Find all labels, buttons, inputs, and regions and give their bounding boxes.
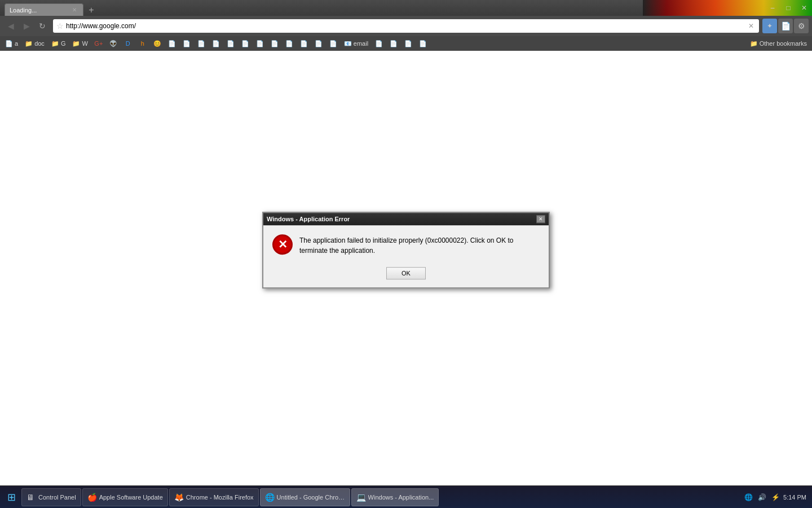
bookmark-13[interactable]: 📄 [372,38,386,49]
bookmark-15[interactable]: 📄 [401,38,415,49]
bm-icon-2: 📄 [183,40,191,47]
new-tab-button[interactable]: + [86,5,97,16]
bookmark-delicious[interactable]: D [121,38,135,49]
bookmark-16[interactable]: 📄 [416,38,430,49]
chrome-menu-button[interactable]: ✦ [762,19,777,33]
bookmark-4[interactable]: 📄 [209,38,223,49]
dialog-ok-button[interactable]: OK [386,267,426,279]
taskbar-control-panel-label: Control Panel [38,494,76,501]
bookmark-1[interactable]: 📄 [165,38,179,49]
taskbar-item-chrome[interactable]: 🌐 Untitled - Google Chrome [260,488,350,506]
error-x-symbol: ✕ [278,238,288,251]
tools-button[interactable]: ⚙ [794,19,809,33]
bookmark-other[interactable]: 📁 Other bookmarks [747,38,810,49]
bm-icon-5: 📄 [227,40,235,47]
maximize-button[interactable]: □ [780,0,796,16]
bm-icon-12: 📄 [329,40,337,47]
bookmark-9[interactable]: 📄 [283,38,296,49]
bookmark-10[interactable]: 📄 [297,38,311,49]
bookmark-5[interactable]: 📄 [224,38,237,49]
windows-error-icon: 💻 [356,493,365,502]
bookmark-other-label: Other bookmarks [760,40,807,47]
chrome-icon: 🌐 [265,493,274,502]
bm-icon-1: 📄 [168,40,176,47]
bookmark-a[interactable]: 📄 a [2,38,21,49]
page-button[interactable]: 📄 [778,19,793,33]
navigation-toolbar: ◀ ▶ ↻ ☆ ✕ ✦ 📄 ⚙ [0,16,812,36]
bookmark-reddit[interactable]: 👽 [107,38,120,49]
tray-network-icon[interactable]: 🌐 [743,492,754,503]
tab-strip: Loading... ✕ + [0,0,97,16]
control-panel-icon: 🖥 [27,493,36,502]
firefox-icon: 🦊 [174,493,183,502]
back-button[interactable]: ◀ [3,19,18,33]
forward-button[interactable]: ▶ [19,19,34,33]
minimize-button[interactable]: – [765,0,780,16]
apple-software-update-icon: 🍎 [87,493,96,502]
bookmark-gplus[interactable]: G+ [92,38,105,49]
bookmark-7[interactable]: 📄 [253,38,267,49]
bookmark-doc[interactable]: 📁 doc [22,38,47,49]
bookmark-email-icon: 📧 [344,40,352,47]
address-clear-button[interactable]: ✕ [747,21,756,30]
tray-power-icon[interactable]: ⚡ [770,492,781,503]
bookmark-other-icon: 📁 [750,40,758,47]
bookmark-delicious-icon: D [124,40,132,47]
dialog-close-button[interactable]: ✕ [536,215,545,223]
bookmark-2[interactable]: 📄 [180,38,193,49]
dialog-message: The application failed to initialize pro… [299,234,540,256]
bookmark-email[interactable]: 📧 email [341,38,371,49]
bookmark-doc-icon: 📁 [25,40,33,47]
refresh-button[interactable]: ↻ [35,19,50,33]
bm-icon-16: 📄 [419,40,427,47]
toolbar-right-buttons: ✦ 📄 ⚙ [762,19,809,33]
dialog-footer: OK [263,262,549,287]
dialog-title: Windows - Application Error [267,216,350,222]
bookmark-g[interactable]: 📁 G [48,38,69,49]
bm-icon-3: 📄 [197,40,205,47]
bookmark-email-label: email [354,40,368,47]
bookmark-a-label: a [15,40,18,47]
bm-icon-6: 📄 [241,40,249,47]
bookmark-12[interactable]: 📄 [326,38,340,49]
bookmark-3[interactable]: 📄 [195,38,208,49]
bm-icon-4: 📄 [212,40,220,47]
bookmark-emoji[interactable]: 😊 [151,38,164,49]
bookmark-reddit-icon: 👽 [109,40,117,47]
taskbar-windows-error-label: Windows - Application... [368,494,434,501]
window-controls: – □ ✕ [765,0,812,16]
taskbar-item-windows-error[interactable]: 💻 Windows - Application... [351,488,439,506]
taskbar-tray: 🌐 🔊 ⚡ 5:14 PM [743,492,810,503]
bookmark-8[interactable]: 📄 [268,38,281,49]
bookmark-star-icon[interactable]: ☆ [56,21,64,30]
bookmark-14[interactable]: 📄 [387,38,400,49]
bookmarks-bar: 📄 a 📁 doc 📁 G 📁 W G+ 👽 D h 😊 [0,36,812,51]
window-close-button[interactable]: ✕ [796,0,812,16]
bm-icon-9: 📄 [285,40,293,47]
error-dialog: Windows - Application Error ✕ ✕ The appl… [262,212,550,288]
taskbar-firefox-label: Chrome - Mozilla Firefox [186,494,254,501]
bookmark-hover[interactable]: h [136,38,149,49]
bookmark-g-label: G [61,40,66,47]
tray-volume-icon[interactable]: 🔊 [756,492,767,503]
bookmark-doc-label: doc [34,40,45,47]
taskbar-item-control-panel[interactable]: 🖥 Control Panel [21,488,81,506]
address-bar-input[interactable] [66,22,744,30]
tab-title: Loading... [10,7,68,14]
taskbar-apple-label: Apple Software Update [99,494,163,501]
taskbar-start-button[interactable]: ⊞ [2,488,20,506]
bookmark-w-label: W [82,40,87,47]
bookmark-w[interactable]: 📁 W [69,38,90,49]
bm-icon-13: 📄 [375,40,383,47]
title-bar: Loading... ✕ + – □ ✕ [0,0,812,16]
taskbar-item-firefox[interactable]: 🦊 Chrome - Mozilla Firefox [169,488,259,506]
bookmark-a-icon: 📄 [5,40,13,47]
bookmark-11[interactable]: 📄 [312,38,325,49]
browser-tab[interactable]: Loading... ✕ [5,3,83,16]
bm-icon-8: 📄 [271,40,279,47]
tab-close-button[interactable]: ✕ [70,6,78,14]
bookmark-emoji-icon: 😊 [153,40,161,47]
bookmark-6[interactable]: 📄 [239,38,252,49]
taskbar-item-apple-software-update[interactable]: 🍎 Apple Software Update [82,488,168,506]
bm-icon-15: 📄 [404,40,412,47]
